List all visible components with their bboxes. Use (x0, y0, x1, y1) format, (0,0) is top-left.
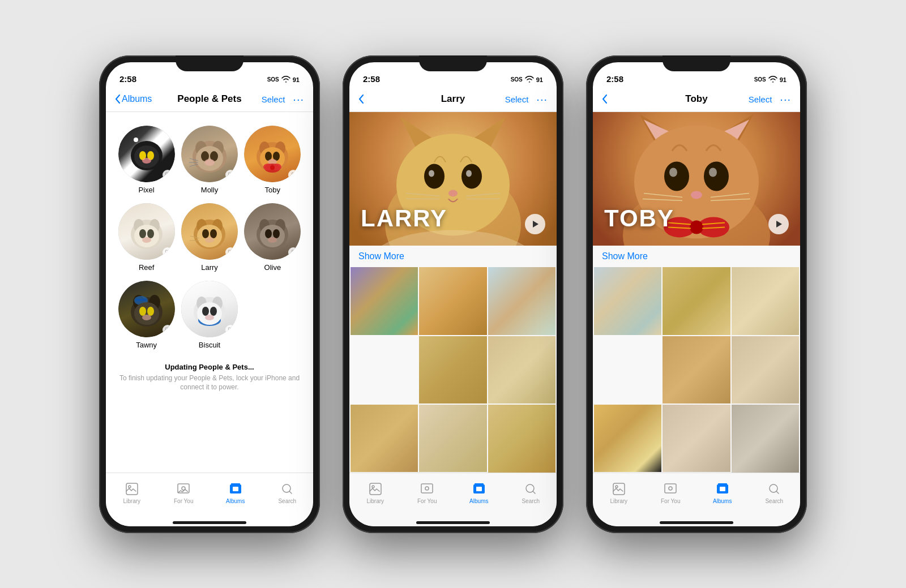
back-label-1: Albums (122, 94, 152, 104)
toby-photo-3[interactable] (732, 267, 799, 334)
larry-photo-3[interactable] (488, 267, 555, 334)
wifi-icon (281, 76, 290, 84)
toby-photo-4[interactable] (663, 336, 730, 404)
tab-library-3[interactable]: Library (593, 473, 645, 510)
sos-indicator: SOS (267, 76, 279, 83)
tab-foryou-2[interactable]: For You (401, 473, 454, 510)
tab-bar-1: Library For You Albums (106, 473, 313, 519)
more-button-2[interactable]: ··· (536, 93, 548, 106)
pet-item-olive[interactable]: ♡ Olive (241, 199, 304, 276)
tab-albums-3[interactable]: Albums (696, 473, 749, 510)
sos-indicator-3: SOS (754, 76, 766, 83)
svg-point-43 (205, 237, 214, 243)
back-button-2[interactable] (358, 95, 364, 104)
svg-point-52 (268, 237, 277, 243)
phone-1: 2:58 SOS 91 Albums (99, 55, 320, 533)
svg-rect-132 (718, 483, 727, 486)
battery-indicator: 91 (293, 76, 300, 83)
larry-photo-2[interactable] (419, 267, 486, 334)
svg-point-49 (260, 225, 285, 247)
pet-avatar-larry: ♡ (181, 203, 238, 260)
tab-library-2[interactable]: Library (349, 473, 401, 510)
svg-point-130 (669, 487, 672, 490)
pet-item-pixel[interactable]: ♡ Pixel (115, 121, 178, 199)
svg-point-50 (265, 229, 272, 238)
tab-bar-3: Library For You Albums (593, 473, 800, 519)
toby-photo-1[interactable] (594, 267, 661, 334)
nav-actions-3: Select ··· (749, 93, 791, 106)
svg-marker-94 (533, 221, 539, 228)
larry-photo-4[interactable] (419, 336, 486, 404)
back-button-1[interactable]: Albums (115, 94, 152, 104)
toby-photo-5[interactable] (732, 336, 799, 404)
toby-photo-2[interactable] (663, 267, 730, 334)
tab-albums-2[interactable]: Albums (453, 473, 505, 510)
tab-library-1[interactable]: Library (106, 473, 158, 510)
svg-rect-57 (135, 299, 147, 301)
toby-show-more[interactable]: Show More (593, 246, 800, 267)
pet-name-olive: Olive (264, 263, 281, 272)
tab-label-search-1: Search (278, 498, 296, 504)
larry-photo-6[interactable] (351, 405, 418, 472)
toby-hero-image: TOBY (593, 112, 800, 246)
pet-item-tawny[interactable]: ♡ Tawny (115, 276, 178, 354)
back-button-3[interactable] (602, 95, 608, 104)
svg-point-36 (142, 237, 151, 243)
pet-avatar-biscuit: ♡ (181, 281, 238, 337)
tab-label-foryou-3: For You (661, 498, 680, 504)
screen-content-1: ♡ Pixel (106, 112, 313, 526)
tab-search-1[interactable]: Search (262, 473, 314, 510)
tab-foryou-1[interactable]: For You (158, 473, 210, 510)
more-button-3[interactable]: ··· (780, 93, 791, 106)
svg-rect-133 (720, 487, 725, 491)
tab-search-3[interactable]: Search (749, 473, 801, 510)
pet-avatar-olive: ♡ (244, 203, 301, 260)
tab-label-albums-1: Albums (226, 498, 245, 504)
nav-actions-1: Select ··· (262, 93, 304, 106)
pet-heart-tawny: ♡ (163, 325, 173, 335)
pet-item-biscuit[interactable]: ♡ Biscuit (178, 276, 241, 354)
tab-label-search-2: Search (522, 498, 540, 504)
battery-indicator-2: 91 (536, 76, 543, 83)
updating-subtitle: To finish updating your People & Pets, l… (117, 374, 302, 393)
pet-name-pixel: Pixel (139, 186, 155, 194)
larry-photo-7[interactable] (419, 405, 486, 472)
svg-point-71 (129, 486, 131, 488)
pet-name-molly: Molly (201, 186, 218, 194)
tab-albums-1[interactable]: Albums (210, 473, 262, 510)
pet-item-larry[interactable]: ♡ Larry (178, 199, 241, 276)
larry-hero-name: LARRY (361, 205, 447, 232)
svg-point-7 (134, 138, 138, 142)
tab-foryou-3[interactable]: For You (645, 473, 697, 510)
pet-item-reef[interactable]: ♡ Reef (115, 199, 178, 276)
pet-heart-biscuit: ♡ (225, 325, 236, 335)
pet-item-toby[interactable]: ♡ Toby (241, 121, 304, 199)
wifi-icon-2 (525, 76, 534, 84)
home-indicator-3 (660, 521, 733, 524)
select-button-2[interactable]: Select (505, 95, 529, 104)
svg-point-110 (664, 161, 689, 191)
screen-content-2: LARRY Show More (349, 112, 557, 526)
larry-show-more[interactable]: Show More (349, 246, 557, 267)
larry-photo-5[interactable] (488, 336, 555, 404)
phone-3-screen: 2:58 SOS 91 Toby (593, 62, 800, 526)
pet-heart-reef: ♡ (163, 247, 173, 257)
status-time-2: 2:58 (363, 74, 380, 84)
pet-name-toby: Toby (265, 186, 280, 194)
status-icons-3: SOS 91 (754, 76, 787, 84)
nav-title-2: Larry (441, 93, 465, 105)
larry-photo-8[interactable] (488, 405, 555, 472)
svg-rect-100 (475, 483, 484, 486)
toby-photo-8[interactable] (732, 405, 799, 472)
more-button-1[interactable]: ··· (293, 93, 304, 106)
select-button-1[interactable]: Select (262, 95, 285, 104)
pet-item-molly[interactable]: ♡ Molly (178, 121, 241, 199)
toby-photo-6[interactable] (594, 405, 661, 472)
nav-title-3: Toby (685, 93, 707, 105)
tab-search-2[interactable]: Search (505, 473, 557, 510)
svg-point-8 (155, 138, 160, 142)
larry-photo-1[interactable] (351, 267, 418, 334)
pet-avatar-toby: ♡ (244, 126, 301, 182)
select-button-3[interactable]: Select (749, 95, 772, 104)
toby-photo-7[interactable] (663, 405, 730, 472)
